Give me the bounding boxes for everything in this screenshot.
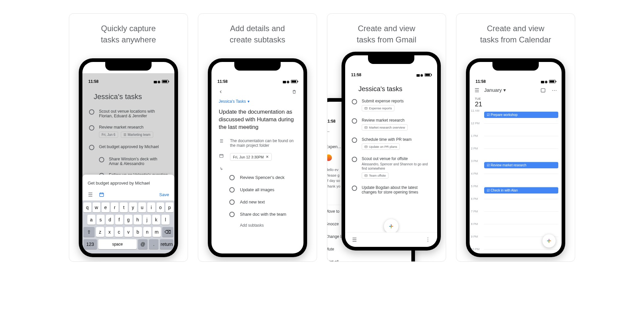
status-bar: 11:58: [470, 73, 562, 84]
key[interactable]: z: [96, 227, 104, 237]
hour-row[interactable]: 1 PM: [484, 136, 558, 148]
task-row[interactable]: Schedule time with PR teamUpdate on PR p…: [345, 134, 437, 153]
add-subtask-button[interactable]: Add subtasks: [211, 220, 303, 230]
add-event-fab[interactable]: [542, 234, 556, 248]
delete-icon[interactable]: [292, 89, 297, 94]
email-chip[interactable]: Market research overview: [362, 124, 408, 131]
key[interactable]: m: [153, 227, 161, 237]
key[interactable]: u: [138, 202, 146, 212]
task-notes[interactable]: The documentation can be found on the ma…: [230, 139, 296, 148]
email-chip[interactable]: Expense reports: [362, 105, 394, 111]
hour-row[interactable]: 2 PM: [484, 148, 558, 161]
date-chip[interactable]: Fri, Jun 12 3:30PM ✕: [230, 153, 272, 161]
subtask-arrow-icon: ↳: [219, 166, 224, 171]
key[interactable]: @: [138, 239, 148, 249]
notes-icon: ☰: [219, 139, 224, 144]
menu-icon[interactable]: ☰: [352, 237, 357, 243]
status-bar: 11:58: [82, 73, 174, 84]
team-chip[interactable]: ☰ Marketing team: [121, 132, 153, 138]
menu-item[interactable]: Print all: [327, 255, 411, 262]
key[interactable]: i: [147, 202, 155, 212]
save-button[interactable]: Save: [159, 192, 169, 197]
today-icon[interactable]: [540, 87, 546, 93]
task-row[interactable]: Submit expense reportsExpense reports: [345, 95, 437, 115]
calendar-icon[interactable]: [99, 192, 104, 197]
key[interactable]: .: [149, 239, 159, 249]
list-title: Jessica's tasks: [82, 84, 174, 106]
key[interactable]: j: [143, 215, 151, 225]
key[interactable]: g: [124, 215, 132, 225]
key[interactable]: a: [87, 215, 95, 225]
key[interactable]: return: [160, 239, 173, 249]
phone-frame: 11:58 Jessica's Tasks▾: [208, 58, 307, 257]
hour-row[interactable]: 10 PM: [484, 249, 558, 253]
key[interactable]: n: [143, 227, 151, 237]
key[interactable]: r: [111, 202, 119, 212]
key[interactable]: ⇧: [83, 227, 95, 237]
new-task-sheet: ☰ Save: [82, 175, 174, 200]
key[interactable]: d: [106, 215, 114, 225]
key[interactable]: s: [97, 215, 105, 225]
key[interactable]: v: [124, 227, 132, 237]
email-chip[interactable]: Team offsite: [362, 172, 389, 179]
task-row[interactable]: Review market research Fri, Jun 6 ☰ Mark…: [89, 122, 168, 141]
key[interactable]: c: [115, 227, 123, 237]
subtask-row[interactable]: Share doc with the team: [211, 208, 303, 220]
key[interactable]: e: [102, 202, 110, 212]
calendar-event[interactable]: ☑ Prepare workshop: [484, 112, 558, 118]
key[interactable]: x: [106, 227, 114, 237]
hour-row[interactable]: 6 PM: [484, 199, 558, 211]
app-store-screenshots: Quickly capturetasks anywhere 11:58 Jess…: [0, 0, 644, 275]
calendar-event[interactable]: ☑ Check in with Alan: [484, 187, 558, 194]
list-selector[interactable]: Jessica's Tasks▾: [211, 96, 303, 107]
hour-row[interactable]: 3 PM☑ Review market research: [484, 161, 558, 174]
more-icon[interactable]: ⋯: [552, 87, 557, 93]
day-header: TUE 21: [470, 96, 562, 111]
add-task-fab[interactable]: [384, 219, 398, 234]
back-icon[interactable]: [218, 89, 223, 94]
status-time: 11:58: [217, 79, 228, 84]
key[interactable]: 123: [83, 239, 97, 249]
svg-rect-1: [220, 154, 223, 157]
hour-row[interactable]: 12 PM: [484, 123, 558, 136]
hour-row[interactable]: 7 PM: [484, 211, 558, 224]
key[interactable]: l: [161, 215, 169, 225]
hour-row[interactable]: 11 AM☑ Prepare workshop: [484, 111, 558, 123]
task-row[interactable]: Scout out venue for offsiteAlessandro, S…: [345, 153, 437, 182]
month-selector[interactable]: January ▾: [484, 87, 506, 93]
task-title[interactable]: Update the documentation as discussed wi…: [211, 107, 303, 136]
email-chip[interactable]: Update on PR plans: [362, 143, 400, 150]
key[interactable]: b: [134, 227, 142, 237]
key[interactable]: h: [134, 215, 142, 225]
task-row[interactable]: Scout out venue locations with Florian, …: [89, 106, 168, 122]
subtask-row[interactable]: Update all images: [211, 184, 303, 196]
key[interactable]: o: [157, 202, 164, 212]
new-task-input[interactable]: [88, 181, 169, 186]
task-row[interactable]: Review market researchMarket research ov…: [345, 115, 437, 134]
back-icon[interactable]: ←: [327, 129, 331, 134]
hour-row[interactable]: 5 PM☑ Check in with Alan: [484, 186, 558, 199]
key[interactable]: y: [129, 202, 137, 212]
key[interactable]: p: [165, 202, 173, 212]
subtask-row[interactable]: Review Spencer's deck: [211, 171, 303, 184]
more-icon[interactable]: ⋮: [425, 237, 431, 243]
calendar-event[interactable]: ☑ Review market research: [484, 162, 558, 168]
subtask-row[interactable]: Add new text: [211, 196, 303, 208]
task-row[interactable]: Share Winston's deck with Amar & Alessan…: [99, 153, 168, 169]
key[interactable]: w: [93, 202, 101, 212]
clear-date-icon[interactable]: ✕: [266, 155, 269, 159]
task-row[interactable]: Get budget approved by Michael: [89, 141, 168, 153]
hour-row[interactable]: 4 PM: [484, 174, 558, 186]
key[interactable]: f: [115, 215, 123, 225]
details-icon[interactable]: ☰: [88, 192, 93, 197]
key[interactable]: space: [98, 239, 137, 249]
date-chip[interactable]: Fri, Jun 6: [99, 132, 118, 138]
keyboard[interactable]: qwertyuiop asdfghjkl ⇧zxcvbnm⌫ 123space@…: [82, 200, 174, 253]
menu-icon[interactable]: ☰: [474, 87, 480, 93]
task-row[interactable]: Update Bogdan about the latest changes f…: [345, 182, 437, 198]
panel-gmail: Create and viewtasks from Gmail 11:58 ← …: [327, 13, 446, 262]
key[interactable]: k: [152, 215, 160, 225]
key[interactable]: ⌫: [162, 227, 173, 237]
key[interactable]: q: [83, 202, 91, 212]
key[interactable]: t: [120, 202, 128, 212]
